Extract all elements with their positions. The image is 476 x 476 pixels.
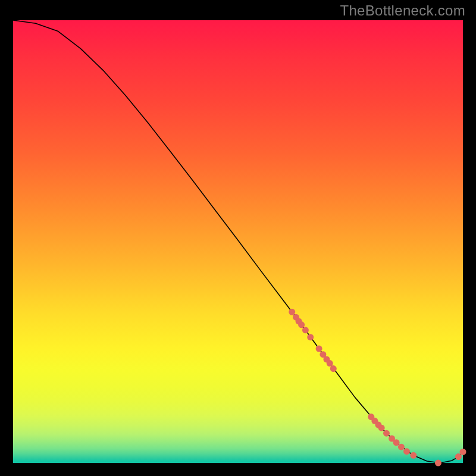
highlight-dot [383,430,390,437]
chart-overlay [13,20,463,463]
highlight-dot [307,334,314,340]
highlight-dot [327,360,333,367]
highlight-dot [316,346,322,352]
highlight-dot [460,449,466,455]
highlight-dot [298,321,305,328]
highlight-dot [330,365,337,372]
highlight-dot [398,444,405,450]
highlight-dot [378,425,385,431]
bottleneck-curve [13,20,463,463]
highlight-dot [435,460,441,466]
highlight-dot [393,439,400,446]
chart-root: TheBottleneck.com [0,0,476,476]
plot-area [13,20,463,463]
highlight-dot [410,452,416,459]
highlight-dot [455,453,462,460]
watermark-label: TheBottleneck.com [340,2,465,19]
highlight-dot [302,327,309,333]
highlight-dot [403,448,410,455]
highlight-dots [289,309,466,466]
highlight-dot [289,309,295,315]
